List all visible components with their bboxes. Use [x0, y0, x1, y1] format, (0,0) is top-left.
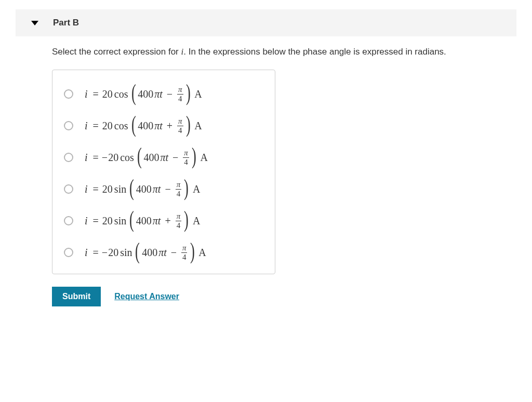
prompt-text-before: Select the correct expression for — [52, 47, 181, 57]
collapse-icon — [31, 21, 38, 25]
radio-button[interactable] — [64, 216, 73, 225]
radio-button[interactable] — [64, 153, 73, 162]
actions-row: Submit Request Answer — [52, 287, 516, 306]
option-row[interactable]: i=20cos(400πt+π4)A — [64, 110, 263, 142]
option-row[interactable]: i=20sin(400πt−π4)A — [64, 173, 263, 205]
option-row[interactable]: i=20cos(400πt−π4)A — [64, 78, 263, 110]
option-row[interactable]: i=−20sin(400πt−π4)A — [64, 237, 263, 269]
option-formula: i=20sin(400πt−π4)A — [85, 181, 200, 198]
part-header[interactable]: Part B — [16, 9, 516, 36]
option-formula: i=20sin(400πt+π4)A — [85, 212, 200, 230]
content: Select the correct expression for i. In … — [52, 46, 516, 306]
radio-button[interactable] — [64, 121, 73, 130]
request-answer-link[interactable]: Request Answer — [114, 292, 179, 301]
options-group: i=20cos(400πt−π4)A i=20cos(400πt+π4)A i=… — [52, 70, 275, 274]
option-formula: i=20cos(400πt+π4)A — [85, 117, 202, 135]
option-formula: i=−20sin(400πt−π4)A — [85, 244, 206, 261]
radio-button[interactable] — [64, 248, 73, 257]
radio-button[interactable] — [64, 184, 73, 194]
option-formula: i=−20cos(400πt−π4)A — [85, 149, 208, 166]
radio-button[interactable] — [64, 89, 73, 99]
part-title: Part B — [53, 18, 79, 28]
submit-button[interactable]: Submit — [52, 287, 101, 306]
option-row[interactable]: i=20sin(400πt+π4)A — [64, 205, 263, 237]
option-row[interactable]: i=−20cos(400πt−π4)A — [64, 142, 263, 173]
option-formula: i=20cos(400πt−π4)A — [85, 86, 202, 103]
question-prompt: Select the correct expression for i. In … — [52, 46, 499, 58]
prompt-text-after: . In the expressions below the phase ang… — [183, 47, 446, 57]
